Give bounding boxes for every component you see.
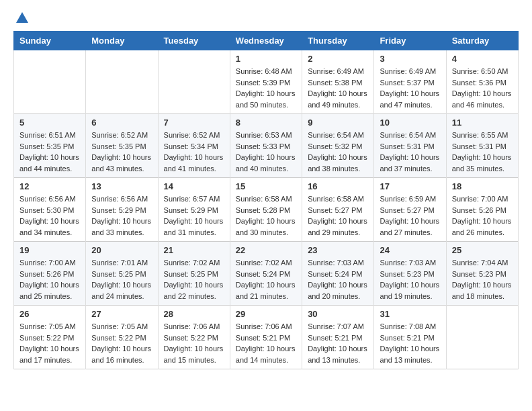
- day-number: 12: [19, 181, 80, 191]
- day-info: Sunrise: 6:56 AMSunset: 5:30 PMDaylight:…: [19, 193, 80, 238]
- day-number: 31: [380, 309, 440, 319]
- day-info: Sunrise: 6:53 AMSunset: 5:33 PMDaylight:…: [236, 130, 296, 174]
- calendar-day-29: 29Sunrise: 7:06 AMSunset: 5:21 PMDayligh…: [230, 306, 302, 369]
- day-number: 19: [19, 245, 80, 255]
- day-number: 16: [308, 181, 368, 191]
- header-thursday: Thursday: [302, 32, 374, 50]
- day-number: 5: [19, 118, 80, 128]
- day-number: 20: [91, 245, 152, 255]
- day-number: 24: [380, 245, 440, 255]
- day-info: Sunrise: 7:06 AMSunset: 5:22 PMDaylight:…: [164, 321, 224, 365]
- calendar-day-12: 12Sunrise: 6:56 AMSunset: 5:30 PMDayligh…: [14, 178, 86, 242]
- day-number: 26: [19, 309, 80, 319]
- calendar-week-2: 12Sunrise: 6:56 AMSunset: 5:30 PMDayligh…: [14, 178, 519, 242]
- calendar-day-5: 5Sunrise: 6:51 AMSunset: 5:35 PMDaylight…: [14, 114, 86, 178]
- day-info: Sunrise: 6:52 AMSunset: 5:34 PMDaylight:…: [164, 130, 224, 174]
- calendar-day-20: 20Sunrise: 7:01 AMSunset: 5:25 PMDayligh…: [86, 242, 158, 306]
- day-info: Sunrise: 7:05 AMSunset: 5:22 PMDaylight:…: [91, 321, 152, 365]
- calendar-day-9: 9Sunrise: 6:54 AMSunset: 5:32 PMDaylight…: [302, 114, 374, 178]
- calendar-day-1: 1Sunrise: 6:48 AMSunset: 5:39 PMDaylight…: [230, 50, 302, 114]
- calendar-day-11: 11Sunrise: 6:55 AMSunset: 5:31 PMDayligh…: [446, 114, 518, 178]
- day-number: 27: [91, 309, 152, 319]
- calendar-empty: [14, 50, 86, 114]
- calendar-table: SundayMondayTuesdayWednesdayThursdayFrid…: [13, 31, 519, 369]
- day-number: 9: [308, 118, 368, 128]
- calendar-day-25: 25Sunrise: 7:04 AMSunset: 5:23 PMDayligh…: [446, 242, 518, 306]
- day-info: Sunrise: 7:05 AMSunset: 5:22 PMDaylight:…: [19, 321, 80, 365]
- calendar-day-28: 28Sunrise: 7:06 AMSunset: 5:22 PMDayligh…: [158, 306, 230, 369]
- day-number: 18: [452, 181, 513, 191]
- day-info: Sunrise: 6:54 AMSunset: 5:32 PMDaylight:…: [308, 130, 368, 174]
- header-wednesday: Wednesday: [230, 32, 302, 50]
- calendar-week-3: 19Sunrise: 7:00 AMSunset: 5:26 PMDayligh…: [14, 242, 519, 306]
- calendar-day-23: 23Sunrise: 7:03 AMSunset: 5:24 PMDayligh…: [302, 242, 374, 306]
- calendar-empty: [86, 50, 158, 114]
- header-monday: Monday: [86, 32, 158, 50]
- calendar-day-30: 30Sunrise: 7:07 AMSunset: 5:21 PMDayligh…: [302, 306, 374, 369]
- day-info: Sunrise: 7:03 AMSunset: 5:23 PMDaylight:…: [380, 257, 440, 302]
- calendar-day-26: 26Sunrise: 7:05 AMSunset: 5:22 PMDayligh…: [14, 306, 86, 369]
- day-number: 13: [91, 181, 152, 191]
- calendar-day-4: 4Sunrise: 6:50 AMSunset: 5:36 PMDaylight…: [446, 50, 518, 114]
- day-number: 4: [452, 54, 513, 64]
- calendar-week-1: 5Sunrise: 6:51 AMSunset: 5:35 PMDaylight…: [14, 114, 519, 178]
- day-number: 1: [236, 54, 296, 64]
- calendar-day-24: 24Sunrise: 7:03 AMSunset: 5:23 PMDayligh…: [374, 242, 446, 306]
- calendar-day-21: 21Sunrise: 7:02 AMSunset: 5:25 PMDayligh…: [158, 242, 230, 306]
- day-info: Sunrise: 6:48 AMSunset: 5:39 PMDaylight:…: [236, 66, 296, 110]
- day-number: 11: [452, 118, 513, 128]
- day-info: Sunrise: 7:03 AMSunset: 5:24 PMDaylight:…: [308, 257, 368, 302]
- day-info: Sunrise: 6:54 AMSunset: 5:31 PMDaylight:…: [380, 130, 440, 174]
- day-info: Sunrise: 6:57 AMSunset: 5:29 PMDaylight:…: [164, 193, 224, 238]
- calendar-day-22: 22Sunrise: 7:02 AMSunset: 5:24 PMDayligh…: [230, 242, 302, 306]
- day-info: Sunrise: 6:51 AMSunset: 5:35 PMDaylight:…: [19, 130, 80, 174]
- logo: [13, 11, 30, 23]
- day-info: Sunrise: 7:00 AMSunset: 5:26 PMDaylight:…: [19, 257, 80, 302]
- calendar-empty: [158, 50, 230, 114]
- header-sunday: Sunday: [14, 32, 86, 50]
- day-number: 14: [164, 181, 224, 191]
- day-number: 3: [380, 54, 440, 64]
- day-info: Sunrise: 7:06 AMSunset: 5:21 PMDaylight:…: [236, 321, 296, 365]
- day-number: 8: [236, 118, 296, 128]
- day-info: Sunrise: 7:01 AMSunset: 5:25 PMDaylight:…: [91, 257, 152, 302]
- calendar-day-14: 14Sunrise: 6:57 AMSunset: 5:29 PMDayligh…: [158, 178, 230, 242]
- calendar-day-6: 6Sunrise: 6:52 AMSunset: 5:35 PMDaylight…: [86, 114, 158, 178]
- day-info: Sunrise: 6:56 AMSunset: 5:29 PMDaylight:…: [91, 193, 152, 238]
- header-saturday: Saturday: [446, 32, 518, 50]
- calendar-day-7: 7Sunrise: 6:52 AMSunset: 5:34 PMDaylight…: [158, 114, 230, 178]
- calendar-day-18: 18Sunrise: 7:00 AMSunset: 5:26 PMDayligh…: [446, 178, 518, 242]
- day-info: Sunrise: 7:08 AMSunset: 5:21 PMDaylight:…: [380, 321, 440, 365]
- day-info: Sunrise: 6:58 AMSunset: 5:27 PMDaylight:…: [308, 193, 368, 238]
- day-info: Sunrise: 6:50 AMSunset: 5:36 PMDaylight:…: [452, 66, 513, 110]
- day-info: Sunrise: 6:49 AMSunset: 5:37 PMDaylight:…: [380, 66, 440, 110]
- day-info: Sunrise: 6:49 AMSunset: 5:38 PMDaylight:…: [308, 66, 368, 110]
- calendar-week-4: 26Sunrise: 7:05 AMSunset: 5:22 PMDayligh…: [14, 306, 519, 369]
- calendar-day-2: 2Sunrise: 6:49 AMSunset: 5:38 PMDaylight…: [302, 50, 374, 114]
- day-number: 2: [308, 54, 368, 64]
- day-number: 23: [308, 245, 368, 255]
- day-info: Sunrise: 6:55 AMSunset: 5:31 PMDaylight:…: [452, 130, 513, 174]
- day-number: 30: [308, 309, 368, 319]
- day-info: Sunrise: 7:00 AMSunset: 5:26 PMDaylight:…: [452, 193, 513, 238]
- day-number: 17: [380, 181, 440, 191]
- day-number: 7: [164, 118, 224, 128]
- day-info: Sunrise: 7:02 AMSunset: 5:24 PMDaylight:…: [236, 257, 296, 302]
- day-info: Sunrise: 7:07 AMSunset: 5:21 PMDaylight:…: [308, 321, 368, 365]
- day-info: Sunrise: 7:04 AMSunset: 5:23 PMDaylight:…: [452, 257, 513, 302]
- calendar-day-15: 15Sunrise: 6:58 AMSunset: 5:28 PMDayligh…: [230, 178, 302, 242]
- calendar-day-13: 13Sunrise: 6:56 AMSunset: 5:29 PMDayligh…: [86, 178, 158, 242]
- day-number: 6: [91, 118, 152, 128]
- day-number: 28: [164, 309, 224, 319]
- day-info: Sunrise: 6:52 AMSunset: 5:35 PMDaylight:…: [91, 130, 152, 174]
- day-info: Sunrise: 6:59 AMSunset: 5:27 PMDaylight:…: [380, 193, 440, 238]
- page-header: [13, 11, 519, 23]
- calendar-day-31: 31Sunrise: 7:08 AMSunset: 5:21 PMDayligh…: [374, 306, 446, 369]
- calendar-header-row: SundayMondayTuesdayWednesdayThursdayFrid…: [14, 32, 519, 50]
- calendar-day-27: 27Sunrise: 7:05 AMSunset: 5:22 PMDayligh…: [86, 306, 158, 369]
- day-info: Sunrise: 6:58 AMSunset: 5:28 PMDaylight:…: [236, 193, 296, 238]
- logo-icon: [15, 11, 30, 26]
- day-number: 22: [236, 245, 296, 255]
- day-number: 29: [236, 309, 296, 319]
- day-number: 15: [236, 181, 296, 191]
